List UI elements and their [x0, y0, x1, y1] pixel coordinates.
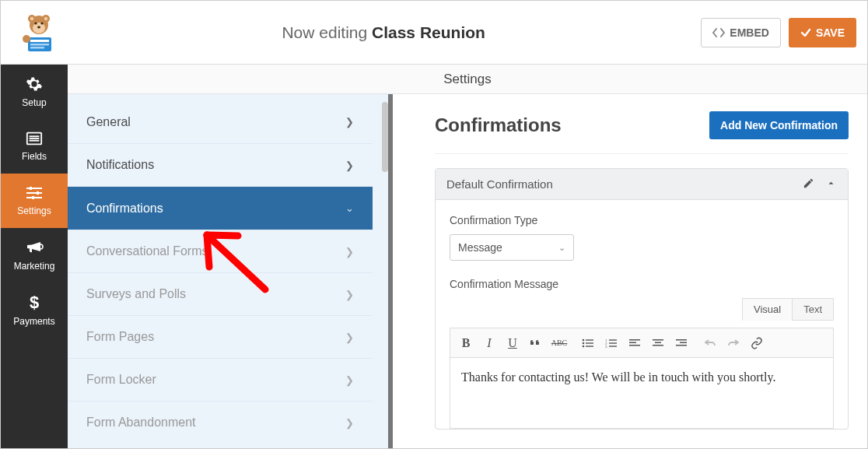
- confirmation-type-select[interactable]: Message ⌄: [450, 234, 574, 261]
- svg-rect-42: [653, 345, 663, 346]
- svg-rect-34: [609, 342, 617, 343]
- svg-rect-41: [655, 342, 661, 343]
- align-right-button[interactable]: [670, 332, 692, 354]
- nav-marketing[interactable]: Marketing: [1, 228, 68, 282]
- svg-rect-28: [586, 342, 593, 343]
- align-left-button[interactable]: [624, 332, 646, 354]
- svg-rect-38: [629, 342, 636, 343]
- settings-item-label: Form Locker: [86, 373, 156, 387]
- embed-button[interactable]: EMBED: [701, 18, 781, 47]
- nav-fields[interactable]: Fields: [1, 119, 68, 174]
- app-logo: [12, 11, 66, 54]
- panel-title: Confirmations: [435, 114, 562, 136]
- settings-sidebar: General ❯ Notifications ❯ Confirmations …: [68, 65, 393, 448]
- svg-point-4: [44, 16, 47, 19]
- nav-payments[interactable]: $ Payments: [1, 282, 68, 337]
- settings-item-conversational-forms[interactable]: Conversational Forms ❯: [68, 230, 373, 272]
- svg-point-6: [34, 22, 37, 24]
- svg-point-13: [23, 35, 30, 43]
- bullet-list-button[interactable]: [577, 332, 599, 354]
- underline-button[interactable]: U: [502, 332, 523, 354]
- edit-icon[interactable]: [803, 177, 814, 191]
- form-name: Class Reunion: [372, 23, 485, 41]
- numbered-list-button[interactable]: 123: [600, 332, 622, 354]
- code-icon: [712, 27, 725, 38]
- svg-rect-32: [609, 339, 617, 340]
- chevron-right-icon: ❯: [345, 331, 354, 343]
- confirmation-message-label: Confirmation Message: [450, 278, 834, 290]
- svg-rect-22: [37, 191, 39, 195]
- settings-item-label: Conversational Forms: [86, 244, 208, 258]
- left-nav: Setup Fields Settings Marketing $: [1, 65, 68, 448]
- settings-item-label: Notifications: [86, 158, 154, 172]
- nav-label: Setup: [22, 97, 46, 108]
- svg-rect-37: [629, 339, 640, 341]
- settings-header: Settings: [68, 65, 867, 94]
- settings-header-label: Settings: [443, 72, 491, 87]
- editor-tabs: Visual Text: [450, 298, 834, 321]
- svg-rect-21: [30, 187, 32, 190]
- editor-content[interactable]: Thanks for contacting us! We will be in …: [450, 358, 833, 428]
- chevron-down-icon: ⌄: [345, 202, 354, 214]
- editor-tab-visual[interactable]: Visual: [742, 298, 793, 321]
- main-panel: Confirmations Add New Confirmation Defau…: [397, 65, 867, 448]
- embed-label: EMBED: [730, 26, 769, 39]
- confirmation-accordion: Default Confirmation Confirmation Type M…: [435, 168, 849, 430]
- accordion-header[interactable]: Default Confirmation: [436, 169, 848, 200]
- align-center-button[interactable]: [647, 332, 669, 354]
- list-icon: [26, 131, 43, 146]
- svg-rect-10: [30, 40, 49, 42]
- svg-rect-26: [586, 339, 593, 340]
- nav-label: Settings: [17, 205, 51, 216]
- check-icon: [800, 27, 811, 38]
- strikethrough-button[interactable]: ABC: [548, 332, 570, 354]
- top-buttons: EMBED SAVE: [701, 18, 856, 47]
- undo-button[interactable]: [699, 332, 721, 354]
- add-new-confirmation-button[interactable]: Add New Confirmation: [709, 111, 849, 139]
- chevron-right-icon: ❯: [345, 289, 354, 300]
- redo-button[interactable]: [723, 332, 744, 354]
- svg-point-8: [37, 26, 40, 28]
- editor-toolbar: B I U ABC 123: [450, 328, 833, 358]
- nav-settings[interactable]: Settings: [1, 174, 68, 228]
- settings-item-label: Form Abandonment: [86, 416, 196, 430]
- gear-icon: [26, 75, 43, 93]
- settings-item-form-pages[interactable]: Form Pages ❯: [68, 315, 373, 358]
- svg-rect-39: [629, 345, 640, 346]
- chevron-down-icon: ⌄: [558, 243, 565, 253]
- settings-item-label: Surveys and Polls: [86, 287, 186, 301]
- nav-setup[interactable]: Setup: [1, 65, 68, 119]
- settings-item-form-abandonment[interactable]: Form Abandonment ❯: [68, 401, 373, 444]
- save-button[interactable]: SAVE: [789, 18, 856, 47]
- settings-item-label: Confirmations: [86, 202, 163, 216]
- svg-point-29: [583, 345, 585, 347]
- svg-rect-30: [586, 346, 593, 346]
- svg-point-27: [583, 342, 585, 344]
- dollar-icon: $: [27, 293, 41, 311]
- chevron-right-icon: ❯: [345, 417, 354, 429]
- settings-item-label: General: [86, 115, 131, 129]
- bold-button[interactable]: B: [455, 332, 477, 354]
- italic-button[interactable]: I: [478, 332, 500, 354]
- settings-item-form-locker[interactable]: Form Locker ❯: [68, 358, 373, 401]
- confirmation-type-label: Confirmation Type: [450, 214, 834, 226]
- chevron-right-icon: ❯: [345, 160, 354, 171]
- svg-rect-45: [676, 345, 687, 346]
- title-prefix: Now editing: [282, 23, 367, 41]
- scrollbar[interactable]: [382, 102, 388, 172]
- settings-item-confirmations[interactable]: Confirmations ⌄: [68, 186, 373, 230]
- blockquote-button[interactable]: [525, 332, 547, 354]
- settings-item-notifications[interactable]: Notifications ❯: [68, 143, 373, 186]
- svg-point-25: [583, 339, 585, 341]
- settings-item-surveys-polls[interactable]: Surveys and Polls ❯: [68, 272, 373, 315]
- accordion-title: Default Confirmation: [446, 177, 553, 191]
- nav-label: Payments: [13, 316, 54, 327]
- wpforms-mascot-icon: [17, 11, 61, 54]
- chevron-right-icon: ❯: [345, 374, 354, 386]
- editor-tab-text[interactable]: Text: [793, 298, 834, 321]
- collapse-icon[interactable]: [825, 177, 837, 191]
- settings-item-general[interactable]: General ❯: [68, 100, 373, 143]
- link-button[interactable]: [746, 332, 768, 354]
- svg-point-7: [40, 22, 43, 24]
- svg-rect-40: [653, 339, 663, 341]
